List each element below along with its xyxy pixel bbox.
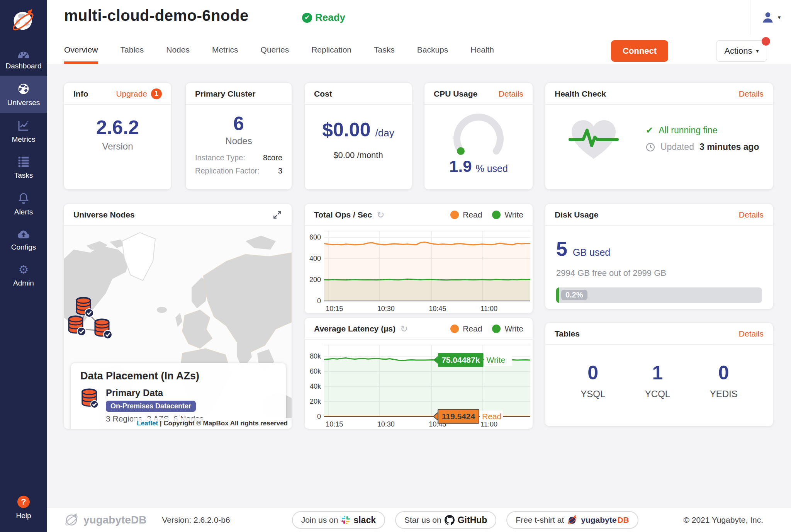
svg-text:10:30: 10:30	[377, 305, 395, 313]
tables-details-link[interactable]: Details	[739, 329, 764, 338]
kv-value: 3	[278, 167, 282, 175]
sidebar-item-label: Tasks	[14, 171, 33, 180]
github-prefix: Star us on	[404, 515, 441, 525]
cost-per-unit: /day	[375, 127, 394, 139]
sidebar-item-label: Configs	[11, 243, 36, 252]
disk-used-unit: GB used	[573, 247, 610, 258]
tab-tables[interactable]: Tables	[121, 44, 144, 64]
avg-latency-card: Average Latency (µs) ↻ Read Write 10:151…	[305, 318, 533, 429]
connect-button[interactable]: Connect	[611, 40, 668, 62]
card-title: Info	[73, 89, 88, 99]
cost-per-day: $0.00	[322, 120, 370, 139]
tab-replication[interactable]: Replication	[311, 44, 351, 64]
svg-text:10:45: 10:45	[429, 305, 446, 313]
cpu-percent: 1.9	[449, 157, 472, 176]
cpu-percent-unit: % used	[476, 163, 508, 174]
footer-version: Version: 2.6.2.0-b6	[162, 515, 230, 525]
footer-links: Join us on slack Star us on GitHub Free …	[292, 511, 638, 529]
gauge-icon	[17, 48, 30, 58]
ycql-count: 1 YCQL	[645, 362, 670, 399]
legend-label: Write	[504, 210, 523, 219]
footer-brand-text: yugabyteDB	[83, 514, 146, 526]
read-legend-dot	[450, 325, 459, 333]
chart-legend: Read Write	[450, 324, 523, 333]
card-title: Total Ops / Sec	[314, 210, 372, 219]
sidebar-item-tasks[interactable]: Tasks	[0, 150, 47, 185]
svg-text:Write: Write	[487, 355, 506, 364]
heartbeat-icon	[569, 116, 619, 162]
map-attribution: Leaflet | Copyright © MapBox All rights …	[133, 418, 292, 429]
sidebar-item-help[interactable]: ? Help	[0, 489, 47, 526]
tab-queries[interactable]: Queries	[261, 44, 289, 64]
tab-overview[interactable]: Overview	[64, 44, 98, 64]
tab-metrics[interactable]: Metrics	[212, 44, 238, 64]
svg-text:0: 0	[317, 413, 321, 420]
app-window: Dashboard Universes Metrics	[0, 0, 791, 532]
cloud-upload-icon	[17, 229, 31, 240]
upgrade-link[interactable]: Upgrade 1	[116, 88, 162, 99]
footer-planet-icon	[64, 512, 80, 528]
actions-button[interactable]: Actions ▾	[716, 40, 767, 62]
kv-label: Instance Type:	[195, 153, 245, 162]
svg-text:11:00: 11:00	[480, 305, 497, 313]
health-details-link[interactable]: Details	[739, 89, 764, 99]
card-title: Average Latency (µs)	[314, 324, 396, 333]
card-title: Disk Usage	[555, 210, 598, 219]
node-caption: Nodes	[225, 136, 252, 146]
kv-value: 8core	[263, 153, 282, 162]
disk-usage-percent: 0.2%	[561, 290, 587, 300]
yedis-count: 0 YEDIS	[710, 362, 738, 399]
github-icon	[445, 515, 455, 525]
list-icon	[17, 156, 30, 168]
svg-text:10:30: 10:30	[377, 420, 395, 428]
refresh-icon[interactable]: ↻	[377, 209, 384, 220]
tab-nodes[interactable]: Nodes	[166, 44, 190, 64]
svg-text:400: 400	[309, 255, 321, 262]
sidebar-item-dashboard[interactable]: Dashboard	[0, 42, 47, 76]
cost-card: Cost $0.00 /day $0.00 /month	[305, 83, 412, 189]
expand-icon[interactable]	[272, 210, 282, 220]
universe-title: multi-cloud-demo-6node	[64, 7, 249, 24]
sidebar-item-label: Alerts	[14, 208, 33, 216]
github-button[interactable]: Star us on GitHub	[395, 511, 496, 529]
tshirt-button[interactable]: Free t-shirt at yugabyteDB	[506, 511, 638, 529]
question-icon: ?	[17, 496, 30, 508]
latency-chart: 10:1510:3010:4511:00020k40k60k80k75.0448…	[305, 340, 533, 430]
card-title: Primary Cluster	[195, 89, 255, 99]
sidebar-item-configs[interactable]: Configs	[0, 222, 47, 257]
universe-nodes-card: Universe Nodes	[64, 204, 292, 429]
yugabyte-planet-logo[interactable]	[0, 0, 47, 42]
slack-icon	[341, 515, 350, 525]
slack-button[interactable]: Join us on slack	[292, 511, 385, 529]
upgrade-label: Upgrade	[116, 89, 147, 99]
tab-tasks[interactable]: Tasks	[374, 44, 395, 64]
disk-details-link[interactable]: Details	[739, 210, 764, 219]
tshirt-planet-icon	[567, 515, 578, 525]
planet-rocket-icon	[10, 8, 37, 34]
total-ops-card: Total Ops / Sec ↻ Read Write 10:1510:301…	[305, 204, 533, 313]
cpu-gauge	[447, 111, 510, 156]
sidebar-item-admin[interactable]: ⚙ Admin	[0, 257, 47, 293]
user-menu[interactable]: ▾	[750, 0, 791, 35]
node-marker	[95, 319, 112, 339]
disk-usage-bar: 0.2%	[556, 287, 762, 303]
refresh-icon[interactable]: ↻	[400, 323, 408, 334]
actions-label: Actions	[724, 46, 752, 56]
leaflet-link[interactable]: Leaflet	[137, 420, 158, 427]
chart-legend: Read Write	[450, 210, 523, 219]
updated-label: Updated	[660, 142, 694, 152]
sidebar-item-metrics[interactable]: Metrics	[0, 113, 47, 150]
cpu-details-link[interactable]: Details	[499, 89, 523, 99]
sidebar-item-universes[interactable]: Universes	[0, 76, 47, 113]
svg-text:40k: 40k	[310, 382, 321, 390]
health-check-card: Health Check Details ✔ All running fine	[545, 83, 773, 189]
world-map[interactable]: Data Placement (In AZs) Primary Data On-…	[64, 226, 292, 429]
sidebar-item-alerts[interactable]: Alerts	[0, 185, 47, 222]
health-status-line: ✔ All running fine	[646, 125, 759, 136]
ops-chart: 10:1510:3010:4511:000200400600	[305, 226, 533, 315]
svg-text:600: 600	[309, 233, 321, 241]
tab-health[interactable]: Health	[470, 44, 494, 64]
replication-factor-row: Replication Factor: 3	[195, 167, 282, 175]
svg-text:10:15: 10:15	[326, 305, 343, 313]
tab-backups[interactable]: Backups	[417, 44, 448, 64]
